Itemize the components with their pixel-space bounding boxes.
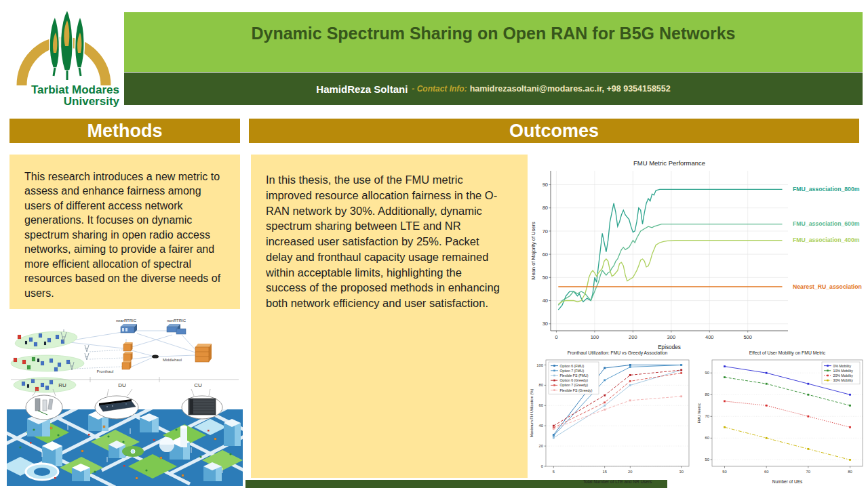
svg-text:Option 6 (Greedy): Option 6 (Greedy): [560, 378, 589, 382]
du-node-icons: [122, 342, 133, 369]
router-icon: [152, 354, 159, 358]
svg-text:50: 50: [705, 458, 709, 462]
svg-text:100: 100: [536, 363, 543, 367]
non-rt-ric-icon: [167, 324, 186, 334]
outcomes-header: Outcomes: [249, 119, 859, 143]
cu-hardware-icon: [189, 399, 216, 415]
du-label: DU: [118, 382, 126, 388]
svg-text:Option 7 (FMU): Option 7 (FMU): [560, 369, 585, 373]
logo-text-line1: Tarbiat Modares: [12, 84, 119, 96]
hardware-callouts: [26, 389, 222, 420]
svg-text:0: 0: [555, 334, 557, 340]
logo-text-line2: University: [12, 96, 119, 107]
poster-title-band: Dynamic Spectrum Sharing on Open RAN for…: [124, 12, 863, 72]
svg-text:90: 90: [542, 182, 548, 188]
svg-text:Total Number of LTE and NR Use: Total Number of LTE and NR Users: [583, 479, 652, 484]
methods-header: Methods: [9, 119, 240, 143]
svg-text:FMU_association_400m: FMU_association_400m: [793, 237, 860, 243]
svg-text:50: 50: [542, 274, 548, 281]
svg-text:80: 80: [542, 205, 548, 211]
svg-text:15: 15: [602, 470, 606, 474]
svg-text:40: 40: [542, 298, 548, 304]
poster-page: { "header": { "title": "Dynamic Spectrum…: [0, 0, 868, 488]
contact-info-value: hamidrezasoltani@modares.ac.ir, +98 9354…: [470, 84, 671, 94]
contact-info-label: - Contact Info:: [412, 84, 467, 94]
svg-text:200: 200: [629, 334, 637, 340]
ru-label: RU: [58, 382, 66, 388]
near-rt-ric-label: nearRTRIC: [116, 319, 137, 323]
svg-text:Option 6 (FMU): Option 6 (FMU): [560, 364, 585, 368]
outcomes-text-box: In this thesis, the use of the FMU metri…: [251, 155, 528, 478]
svg-text:30% Mobility: 30% Mobility: [833, 378, 854, 382]
svg-text:Maximum FH Utilization (%): Maximum FH Utilization (%): [530, 389, 534, 438]
svg-text:400: 400: [705, 334, 714, 340]
methods-header-label: Methods: [87, 121, 163, 141]
svg-text:20% Mobility: 20% Mobility: [833, 373, 854, 378]
svg-text:90: 90: [705, 371, 709, 375]
svg-text:Option 7 (Greedy): Option 7 (Greedy): [560, 383, 589, 387]
midhaul-label: Middlehaul: [163, 358, 182, 362]
oran-architecture-diagram: nearRTRIC nonRTRIC Fronthaul Middlehaul …: [7, 312, 243, 427]
oran-diagram-graphic: nearRTRIC nonRTRIC Fronthaul Middlehaul …: [7, 312, 243, 427]
svg-text:300: 300: [667, 334, 676, 340]
outcomes-body-text: In this thesis, the use of the FMU metri…: [266, 174, 500, 309]
svg-text:Flexible FS (FMU): Flexible FS (FMU): [560, 373, 589, 378]
svg-text:30: 30: [679, 470, 683, 474]
svg-text:0% Mobility: 0% Mobility: [833, 364, 852, 368]
methods-body-text: This research introduces a new metric to…: [24, 171, 220, 299]
svg-text:FMU_association_600m: FMU_association_600m: [793, 220, 860, 227]
university-logo: Tarbiat Modares University: [7, 5, 123, 113]
svg-text:60: 60: [542, 251, 548, 258]
svg-text:FMU Metric: FMU Metric: [697, 403, 701, 423]
svg-text:30: 30: [542, 321, 548, 327]
svg-text:80: 80: [848, 470, 852, 474]
svg-text:70: 70: [542, 228, 548, 235]
svg-text:Effect of User Mobility on FMU: Effect of User Mobility on FMU Metric: [749, 350, 826, 356]
svg-text:50: 50: [722, 470, 726, 474]
mobility-effect-chart: 506070809050607080Effect of User Mobilit…: [696, 350, 868, 485]
svg-text:60: 60: [764, 470, 768, 474]
fronthaul-label: Fronthaul: [97, 369, 114, 373]
svg-text:10% Mobility: 10% Mobility: [833, 369, 854, 373]
svg-text:100: 100: [591, 334, 599, 340]
svg-text:20: 20: [539, 444, 543, 448]
svg-text:FMU Metric Performance: FMU Metric Performance: [633, 159, 705, 167]
cu-label: CU: [194, 382, 202, 388]
svg-text:5: 5: [553, 470, 555, 474]
svg-text:60: 60: [539, 403, 543, 407]
poster-title: Dynamic Spectrum Sharing on Open RAN for…: [124, 12, 863, 43]
svg-text:500: 500: [743, 334, 752, 340]
outcomes-header-label: Outcomes: [509, 121, 599, 141]
svg-text:Nearest_RU_association: Nearest_RU_association: [793, 283, 862, 290]
svg-text:0: 0: [541, 464, 543, 468]
fmu-performance-chart: 304050607080900100200300400500FMU Metric…: [529, 155, 868, 351]
svg-text:Number of UEs: Number of UEs: [772, 479, 803, 484]
svg-text:FMU_association_800m: FMU_association_800m: [793, 186, 860, 192]
fronthaul-utilization-chart: 0204060801005152030Fronthaul Utilization…: [528, 350, 694, 485]
svg-text:20: 20: [628, 470, 632, 474]
svg-text:60: 60: [705, 436, 709, 440]
svg-text:70: 70: [705, 414, 709, 418]
non-rt-ric-label: nonRTRIC: [167, 319, 186, 323]
author-band: HamidReza Soltani - Contact Info: hamidr…: [124, 73, 863, 105]
svg-text:Flexible FS (Greedy): Flexible FS (Greedy): [560, 388, 593, 392]
logo-trees: [50, 9, 84, 80]
svg-text:80: 80: [539, 383, 543, 387]
svg-text:70: 70: [806, 470, 810, 474]
svg-text:Mean of Majority of Users: Mean of Majority of Users: [530, 222, 536, 280]
methods-text-box: This research introduces a new metric to…: [9, 155, 240, 309]
near-rt-ric-icon: [121, 324, 137, 333]
svg-text:40: 40: [539, 424, 543, 428]
cu-node-icon: [195, 344, 212, 362]
author-name: HamidReza Soltani: [316, 83, 408, 95]
svg-text:80: 80: [705, 392, 709, 396]
svg-text:Fronthaul Utilization: FMU vs: Fronthaul Utilization: FMU vs Greedy Ass…: [568, 350, 668, 356]
